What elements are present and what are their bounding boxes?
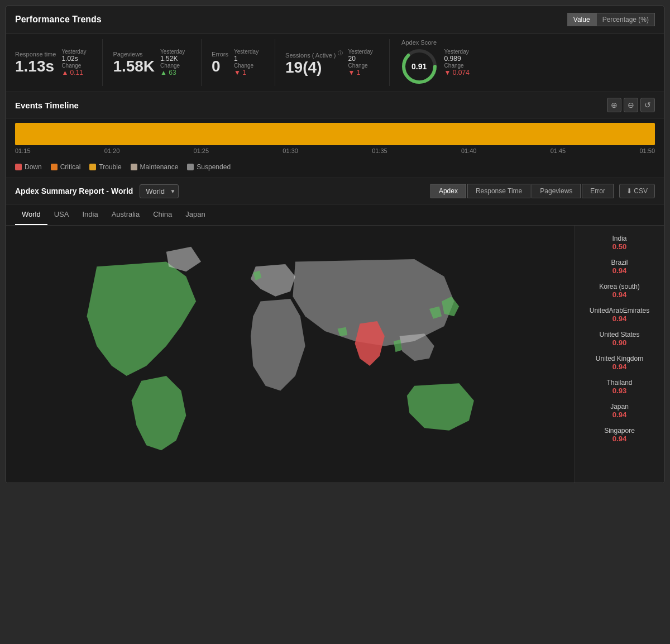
apdex-yesterday-label: Yesterday xyxy=(444,49,475,55)
response-time-label: Response time xyxy=(15,51,56,58)
pageviews-label: Pageviews xyxy=(113,51,155,58)
pageviews-yesterday-val: 1.52K xyxy=(160,55,191,63)
legend-suspended: Suspended xyxy=(187,163,231,171)
sessions-yesterday-val: 20 xyxy=(348,55,379,63)
apdex-label: Apdex Score xyxy=(401,39,437,46)
response-time-value: 1.13s xyxy=(15,59,56,74)
world-dropdown-wrap[interactable]: World ▼ xyxy=(140,184,179,198)
sessions-change-val: 1 xyxy=(348,69,379,77)
legend-suspended-color xyxy=(187,164,194,170)
metric-response-time: Response time 1.13s Yesterday 1.02s Chan… xyxy=(15,39,103,86)
legend-critical: Critical xyxy=(51,163,81,171)
sessions-label: Sessions ( Active ) ⓘ xyxy=(285,50,343,59)
errors-yesterday-val: 1 xyxy=(234,55,265,63)
response-time-yesterday-val: 1.02s xyxy=(61,55,92,63)
legend-critical-label: Critical xyxy=(60,163,81,171)
list-item: Singapore 0.94 xyxy=(582,427,657,443)
tab-world[interactable]: World xyxy=(15,204,47,225)
list-item: Japan 0.94 xyxy=(582,403,657,419)
pageviews-value: 1.58K xyxy=(113,59,155,74)
sessions-arrow xyxy=(348,69,357,77)
tab-china[interactable]: China xyxy=(146,204,179,225)
legend-maintenance: Maintenance xyxy=(131,163,179,171)
apdex-tab-error[interactable]: Error xyxy=(582,184,614,198)
timeline-yellow-bar xyxy=(15,123,655,145)
list-item: United States 0.90 xyxy=(582,331,657,347)
world-map-svg xyxy=(17,237,563,460)
pageviews-yesterday-label: Yesterday xyxy=(160,49,191,55)
timeline-bar: 01:15 01:20 01:25 01:30 01:35 01:40 01:4… xyxy=(6,118,664,159)
pageviews-change-val: 63 xyxy=(160,69,191,77)
metric-sessions: Sessions ( Active ) ⓘ 19(4) Yesterday 20… xyxy=(275,39,390,86)
apdex-yesterday-val: 0.989 xyxy=(444,55,475,63)
tab-india[interactable]: India xyxy=(75,204,104,225)
value-toggle-btn[interactable]: Value xyxy=(567,13,596,26)
events-timeline-title: Events Timeline xyxy=(15,101,79,110)
timeline-labels: 01:15 01:20 01:25 01:30 01:35 01:40 01:4… xyxy=(15,145,655,159)
zoom-out-btn[interactable]: ⊖ xyxy=(624,98,638,112)
legend-down-color xyxy=(15,164,22,170)
metric-pageviews: Pageviews 1.58K Yesterday 1.52K Change 6… xyxy=(103,39,202,86)
apdex-summary-header: Apdex Summary Report - World World ▼ Apd… xyxy=(6,178,664,204)
errors-arrow xyxy=(234,69,242,77)
list-item: India 0.50 xyxy=(582,235,657,251)
sessions-value: 19(4) xyxy=(285,60,343,75)
timeline-legend: Down Critical Trouble Maintenance Suspen… xyxy=(6,159,664,178)
percentage-toggle-btn[interactable]: Percentage (%) xyxy=(596,13,655,26)
zoom-in-btn[interactable]: ⊕ xyxy=(607,98,621,112)
sessions-yesterday-label: Yesterday xyxy=(348,49,379,55)
apdex-tab-apdex[interactable]: Apdex xyxy=(430,184,466,198)
list-item: Brazil 0.94 xyxy=(582,259,657,275)
csv-download-btn[interactable]: ⬇ CSV xyxy=(619,184,655,198)
legend-trouble-color xyxy=(89,164,96,170)
world-map-container xyxy=(6,226,575,483)
tab-usa[interactable]: USA xyxy=(47,204,76,225)
response-time-change-label: Change xyxy=(61,63,92,69)
reset-zoom-btn[interactable]: ↺ xyxy=(640,98,655,112)
apdex-arrow xyxy=(444,69,453,77)
legend-critical-color xyxy=(51,164,58,170)
metrics-row: Response time 1.13s Yesterday 1.02s Chan… xyxy=(6,34,664,92)
legend-maintenance-color xyxy=(131,164,137,170)
sessions-change-label: Change xyxy=(348,63,379,69)
page-title: Performance Trends xyxy=(15,15,102,25)
response-time-yesterday-label: Yesterday xyxy=(61,49,92,55)
events-timeline-section: Events Timeline ⊕ ⊖ ↺ xyxy=(6,92,664,118)
response-time-change-val: 0.11 xyxy=(61,69,92,77)
apdex-tab-buttons: Apdex Response Time Pageviews Error ⬇ CS… xyxy=(430,184,655,198)
region-tabs: World USA India Australia China Japan xyxy=(6,204,664,226)
response-time-arrow xyxy=(61,69,70,77)
legend-trouble-label: Trouble xyxy=(99,163,121,171)
apdex-tab-response-time[interactable]: Response Time xyxy=(467,184,530,198)
list-item: UnitedArabEmirates 0.94 xyxy=(582,307,657,323)
list-item: Thailand 0.93 xyxy=(582,379,657,395)
apdex-gauge: 0.91 xyxy=(400,47,439,86)
legend-down: Down xyxy=(15,163,42,171)
legend-down-label: Down xyxy=(25,163,42,171)
apdex-change-label: Change xyxy=(444,63,475,69)
errors-change-label: Change xyxy=(234,63,265,69)
view-toggle: Value Percentage (%) xyxy=(567,13,655,26)
errors-change-val: 1 xyxy=(234,69,265,77)
errors-value: 0 xyxy=(212,59,228,74)
apdex-tab-pageviews[interactable]: Pageviews xyxy=(532,184,581,198)
tab-australia[interactable]: Australia xyxy=(105,204,147,225)
list-item: Korea (south) 0.94 xyxy=(582,283,657,299)
world-dropdown[interactable]: World xyxy=(140,184,179,198)
apdex-summary-title: Apdex Summary Report - World xyxy=(15,187,133,195)
country-scores-legend: India 0.50 Brazil 0.94 Korea (south) 0.9… xyxy=(575,226,664,483)
tab-japan[interactable]: Japan xyxy=(179,204,212,225)
apdex-change-val: 0.074 xyxy=(444,69,475,77)
legend-trouble: Trouble xyxy=(89,163,121,171)
timeline-controls: ⊕ ⊖ ↺ xyxy=(607,98,655,112)
list-item: United Kingdom 0.94 xyxy=(582,355,657,371)
map-area: India 0.50 Brazil 0.94 Korea (south) 0.9… xyxy=(6,226,664,483)
legend-maintenance-label: Maintenance xyxy=(140,163,179,171)
metric-apdex: Apdex Score 0.91 Yesterday 0.989 Change … xyxy=(390,39,485,86)
errors-label: Errors xyxy=(212,51,228,58)
metric-errors: Errors 0 Yesterday 1 Change 1 xyxy=(202,39,275,86)
apdex-gauge-value: 0.91 xyxy=(411,62,427,71)
legend-suspended-label: Suspended xyxy=(197,163,231,171)
pageviews-change-label: Change xyxy=(160,63,191,69)
errors-yesterday-label: Yesterday xyxy=(234,49,265,55)
